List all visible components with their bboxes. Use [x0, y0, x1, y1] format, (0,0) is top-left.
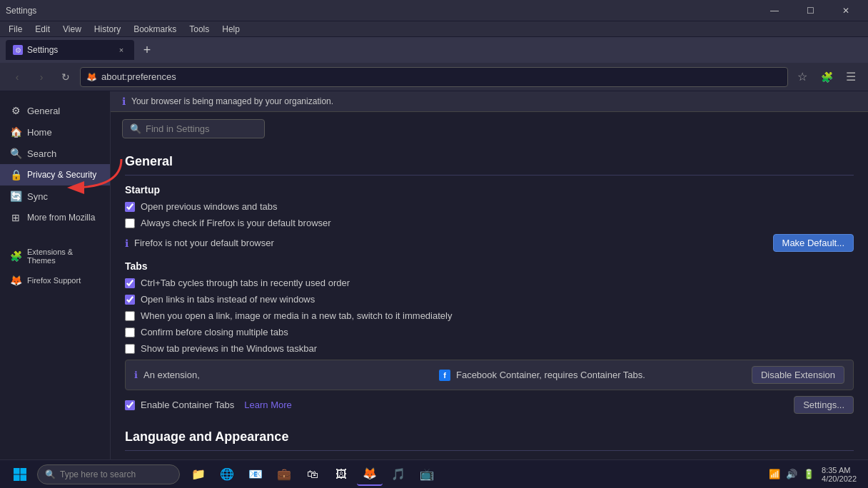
open-links-label: Open links in tabs instead of new window… — [141, 294, 315, 305]
svg-rect-2 — [21, 468, 27, 474]
taskbar-icons: 📁 🌐 📧 💼 🛍 🖼 🦊 🎵 📺 — [186, 463, 440, 486]
sidebar-item-privacy[interactable]: 🔒 Privacy & Security — [0, 164, 110, 185]
sidebar-label-privacy: Privacy & Security — [27, 170, 96, 180]
start-button[interactable] — [6, 463, 34, 486]
taskbar-chrome-icon[interactable]: 🌐 — [214, 463, 240, 486]
taskbar-search-icon: 🔍 — [45, 469, 56, 479]
check-default-checkbox[interactable] — [125, 218, 135, 228]
main-content: ℹ Your browser is being managed by your … — [111, 91, 868, 488]
battery-icon[interactable]: 🔋 — [802, 467, 816, 481]
container-settings-button[interactable]: Settings... — [794, 396, 854, 414]
taskbar-tv-icon[interactable]: 📺 — [414, 463, 440, 486]
sidebar-item-more[interactable]: ⊞ More from Mozilla — [0, 207, 110, 228]
sidebar-label-extensions: Extensions & Themes — [27, 248, 100, 265]
tab-preview-checkbox[interactable] — [125, 344, 135, 354]
sidebar-item-general[interactable]: ⚙ General — [0, 100, 110, 121]
menu-edit[interactable]: Edit — [29, 23, 56, 36]
disable-extension-button[interactable]: Disable Extension — [752, 366, 844, 384]
browser-content: ⚙ General 🏠 Home 🔍 Search 🔒 Privacy & Se… — [0, 91, 868, 488]
learn-more-link[interactable]: Learn More — [244, 400, 291, 410]
sidebar-item-search[interactable]: 🔍 Search — [0, 143, 110, 164]
home-icon: 🏠 — [10, 126, 21, 138]
system-icons: 📶 🔊 🔋 — [767, 467, 816, 481]
reload-button[interactable]: ↻ — [56, 67, 76, 87]
settings-tab-label: Settings — [27, 45, 58, 55]
title-bar: Settings — ☐ ✕ — [0, 0, 868, 21]
address-url: about:preferences — [101, 71, 176, 82]
taskbar-store-icon[interactable]: 🛍 — [300, 463, 326, 486]
ctrl-tab-checkbox[interactable] — [125, 278, 135, 288]
settings-tab[interactable]: ⚙ Settings × — [6, 40, 134, 60]
sidebar-item-sync[interactable]: 🔄 Sync — [0, 185, 110, 207]
make-default-button[interactable]: Make Default... — [773, 234, 854, 252]
tab-close-button[interactable]: × — [116, 44, 127, 56]
confirm-close-checkbox[interactable] — [125, 327, 135, 337]
menu-tools[interactable]: Tools — [183, 23, 215, 36]
sidebar-label-general: General — [27, 106, 60, 116]
network-icon[interactable]: 📶 — [767, 467, 782, 481]
taskbar-music-icon[interactable]: 🎵 — [385, 463, 411, 486]
close-button[interactable]: ✕ — [829, 0, 862, 21]
taskbar-teams-icon[interactable]: 💼 — [271, 463, 297, 486]
tabs-section: Tabs Ctrl+Tab cycles through tabs in rec… — [125, 260, 854, 414]
open-links-row: Open links in tabs instead of new window… — [125, 294, 854, 305]
taskbar-right: 📶 🔊 🔋 8:35 AM 4/20/2022 — [767, 466, 862, 483]
maximize-button[interactable]: ☐ — [794, 0, 827, 21]
sidebar-item-extensions[interactable]: 🧩 Extensions & Themes — [0, 243, 110, 270]
nav-bar: ‹ › ↻ 🦊 about:preferences ☆ 🧩 ☰ — [0, 63, 868, 91]
open-prev-label: Open previous windows and tabs — [141, 201, 278, 212]
new-tab-button[interactable]: + — [137, 40, 157, 60]
svg-rect-1 — [14, 468, 20, 474]
taskbar-photos-icon[interactable]: 🖼 — [328, 463, 354, 486]
open-links-checkbox[interactable] — [125, 295, 135, 305]
forward-button[interactable]: › — [31, 67, 51, 87]
tab-bar: ⚙ Settings × + — [0, 37, 868, 63]
extension-info-icon: ℹ — [134, 370, 138, 380]
time-display: 8:35 AM — [822, 466, 857, 474]
extensions-button[interactable]: 🧩 — [817, 67, 837, 87]
menu-button[interactable]: ☰ — [841, 67, 861, 87]
search-placeholder: Find in Settings — [146, 123, 210, 134]
windows-logo-icon — [13, 467, 27, 482]
svg-rect-3 — [14, 474, 20, 481]
menu-bookmarks[interactable]: Bookmarks — [128, 23, 182, 36]
container-tabs-row: Enable Container Tabs Learn More Setting… — [125, 396, 854, 414]
open-prev-row: Open previous windows and tabs — [125, 201, 854, 212]
privacy-icon: 🔒 — [10, 169, 21, 181]
sync-icon: 🔄 — [10, 190, 21, 202]
search-nav-icon: 🔍 — [10, 148, 21, 159]
taskbar-firefox-icon[interactable]: 🦊 — [357, 463, 383, 486]
star-button[interactable]: ☆ — [792, 67, 812, 87]
tabs-title: Tabs — [125, 260, 854, 272]
svg-rect-4 — [21, 474, 27, 481]
settings-content: General Startup Open previous windows an… — [111, 146, 868, 488]
switch-tab-checkbox[interactable] — [125, 311, 135, 321]
menu-history[interactable]: History — [89, 23, 126, 36]
window-controls: — ☐ ✕ — [758, 0, 862, 21]
warning-icon: ℹ — [122, 96, 126, 107]
check-default-row: Always check if Firefox is your default … — [125, 218, 854, 228]
sidebar-label-sync: Sync — [27, 191, 48, 202]
volume-icon[interactable]: 🔊 — [784, 467, 799, 481]
address-bar[interactable]: 🦊 about:preferences — [80, 67, 788, 87]
find-in-settings-input[interactable]: 🔍 Find in Settings — [122, 119, 265, 138]
clock[interactable]: 8:35 AM 4/20/2022 — [822, 466, 857, 483]
sidebar-label-more: More from Mozilla — [27, 213, 95, 223]
sidebar-item-firefox-support[interactable]: 🦊 Firefox Support — [0, 270, 110, 291]
back-button[interactable]: ‹ — [7, 67, 27, 87]
confirm-close-label: Confirm before closing multiple tabs — [141, 327, 288, 337]
menu-help[interactable]: Help — [216, 23, 246, 36]
language-title: Language and Appearance — [125, 421, 854, 451]
taskbar-outlook-icon[interactable]: 📧 — [243, 463, 268, 486]
open-prev-checkbox[interactable] — [125, 202, 135, 212]
sidebar-item-home[interactable]: 🏠 Home — [0, 121, 110, 143]
taskbar-files-icon[interactable]: 📁 — [186, 463, 211, 486]
menu-file[interactable]: File — [3, 23, 28, 36]
check-default-label: Always check if Firefox is your default … — [141, 218, 331, 228]
taskbar-search[interactable]: 🔍 Type here to search — [37, 464, 180, 484]
tab-preview-label: Show tab previews in the Windows taskbar — [141, 343, 317, 354]
container-tabs-checkbox[interactable] — [125, 400, 135, 410]
menu-view[interactable]: View — [57, 23, 87, 36]
minimize-button[interactable]: — — [758, 0, 791, 21]
default-browser-icon: ℹ — [125, 238, 128, 249]
